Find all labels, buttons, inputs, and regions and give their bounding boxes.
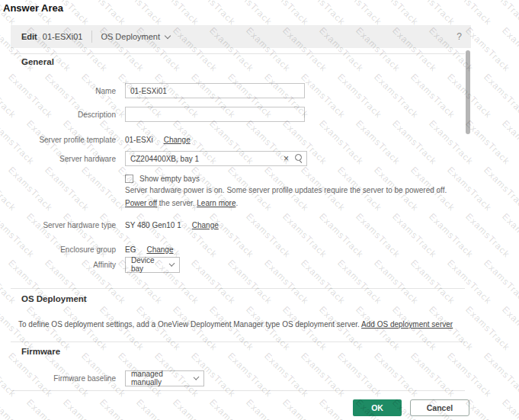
server-profile-template-label: Server profile template xyxy=(11,136,116,144)
power-note-text: Server hardware power is on. Some server… xyxy=(125,186,447,194)
os-deployment-menu-label: OS Deployment xyxy=(101,32,160,41)
watermark-text: ExamsTrack xyxy=(262,0,311,27)
server-hardware-label: Server hardware xyxy=(11,155,116,163)
edit-server-profile-dialog: Edit 01-ESXi01 OS Deployment ? General N… xyxy=(11,25,471,418)
firmware-baseline-label: Firmware baseline xyxy=(11,374,116,383)
watermark-text: ExamsTrack xyxy=(482,258,519,306)
header-divider xyxy=(91,30,92,43)
server-hardware-type-value: SY 480 Gen10 1 xyxy=(125,221,181,229)
watermark-text: ExamsTrack xyxy=(482,165,519,213)
description-row: Description xyxy=(11,106,471,123)
show-empty-bays-checkbox[interactable] xyxy=(125,175,133,183)
watermark-text: ExamsTrack xyxy=(500,25,519,74)
name-row: Name xyxy=(11,82,471,99)
show-empty-bays-label: Show empty bays xyxy=(139,175,200,183)
server-hardware-input[interactable] xyxy=(125,151,307,166)
name-label: Name xyxy=(11,87,116,95)
search-icon[interactable] xyxy=(295,154,302,161)
power-off-link[interactable]: Power off xyxy=(125,199,157,207)
watermark-text: ExamsTrack xyxy=(79,0,128,27)
description-label: Description xyxy=(11,111,116,119)
cancel-button[interactable]: Cancel xyxy=(410,399,469,416)
section-rule xyxy=(11,341,465,342)
watermark-text: ExamsTrack xyxy=(500,118,519,167)
os-deployment-menu[interactable]: OS Deployment xyxy=(101,32,170,41)
ok-button[interactable]: OK xyxy=(353,399,402,416)
name-input[interactable] xyxy=(125,83,305,98)
edit-label: Edit xyxy=(21,32,37,41)
firmware-baseline-value: managed manually xyxy=(131,370,189,386)
profile-name: 01-ESXi01 xyxy=(43,32,83,41)
server-hardware-type-label: Server hardware type xyxy=(11,221,116,229)
affinity-label: Affinity xyxy=(11,261,116,269)
chevron-down-icon xyxy=(165,32,171,38)
enclosure-group-change-link[interactable]: Change xyxy=(146,245,173,254)
add-os-deployment-server-link[interactable]: Add OS deployment server xyxy=(361,320,453,329)
power-note-end: . xyxy=(235,199,238,207)
firmware-baseline-select[interactable]: managed manually xyxy=(125,370,204,386)
template-change-link[interactable]: Change xyxy=(164,136,191,144)
enclosure-group-label: Enclosure group xyxy=(11,245,116,254)
section-os-deployment-title: OS Deployment xyxy=(21,294,87,303)
power-warning-note: Server hardware power is on. Some server… xyxy=(125,184,448,210)
hardware-type-change-link[interactable]: Change xyxy=(192,221,219,229)
watermark-text: ExamsTrack xyxy=(226,0,274,27)
section-general-title: General xyxy=(21,57,54,66)
scrollbar-thumb[interactable] xyxy=(466,50,470,134)
firmware-baseline-row: Firmware baseline managed manually xyxy=(11,370,471,386)
watermark-text: ExamsTrack xyxy=(500,304,519,353)
chevron-down-icon xyxy=(193,374,199,380)
watermark-text: ExamsTrack xyxy=(445,0,494,27)
watermark-text: ExamsTrack xyxy=(372,0,421,27)
server-hardware-input-wrap: × xyxy=(125,151,307,166)
watermark-text: ExamsTrack xyxy=(116,0,165,27)
header-rule xyxy=(11,53,465,54)
affinity-select[interactable]: Device bay xyxy=(125,257,180,273)
footer-rule xyxy=(11,390,465,391)
watermark-text: ExamsTrack xyxy=(189,0,238,27)
power-note-mid: the server. xyxy=(157,199,197,207)
section-rule xyxy=(11,288,465,289)
enclosure-group-value: EG xyxy=(125,245,136,254)
os-deployment-description: To define OS deployment settings, add a … xyxy=(18,320,469,329)
server-hardware-type-row: Server hardware type SY 480 Gen10 1 Chan… xyxy=(11,216,471,233)
watermark-text: ExamsTrack xyxy=(408,0,457,27)
server-hardware-row: Server hardware × xyxy=(11,150,471,167)
description-input[interactable] xyxy=(125,107,305,122)
server-profile-template-row: Server profile template 01-ESXi Change xyxy=(11,131,471,148)
dialog-header: Edit 01-ESXi01 OS Deployment ? xyxy=(11,25,471,48)
watermark-text: ExamsTrack xyxy=(500,397,519,420)
page-title: Answer Area xyxy=(3,2,63,14)
help-icon[interactable]: ? xyxy=(457,31,462,42)
watermark-text: ExamsTrack xyxy=(482,72,519,120)
watermark-text: ExamsTrack xyxy=(482,351,519,399)
server-profile-template-value: 01-ESXi xyxy=(125,136,153,144)
chevron-down-icon xyxy=(168,260,175,266)
watermark-text: ExamsTrack xyxy=(482,0,519,27)
section-firmware-title: Firmware xyxy=(21,347,60,356)
learn-more-link[interactable]: Learn more xyxy=(197,199,235,207)
watermark-text: ExamsTrack xyxy=(299,0,348,27)
enclosure-group-row: Enclosure group EG Change xyxy=(11,241,471,258)
affinity-row: Affinity Device bay xyxy=(11,256,471,273)
os-deployment-text: To define OS deployment settings, add a … xyxy=(18,320,361,329)
affinity-value: Device bay xyxy=(131,256,165,273)
clear-icon[interactable]: × xyxy=(284,153,289,164)
watermark-text: ExamsTrack xyxy=(500,211,519,260)
watermark-text: ExamsTrack xyxy=(335,0,384,27)
watermark-text: ExamsTrack xyxy=(152,0,201,27)
